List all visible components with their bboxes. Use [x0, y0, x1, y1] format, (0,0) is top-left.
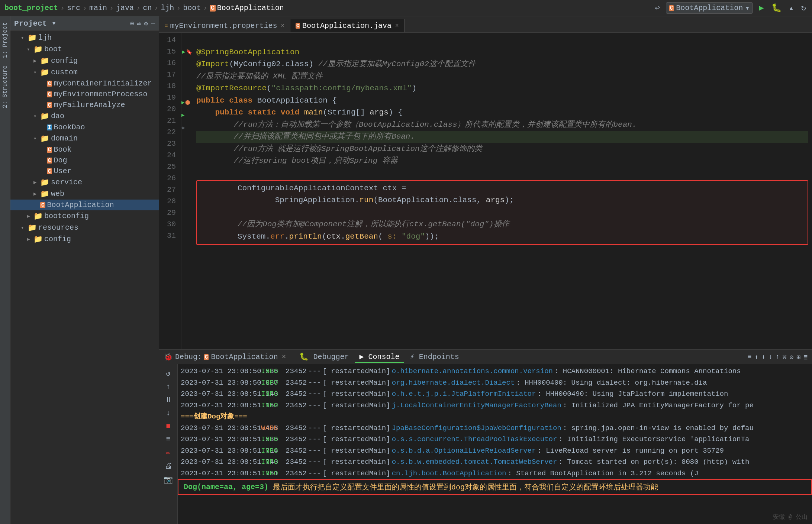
tree-item-myContainerInitializer[interactable]: C myContainerInitializer — [10, 78, 159, 89]
filter1-icon[interactable]: ⌘ — [783, 353, 787, 361]
coverage-button[interactable]: ▴ — [787, 2, 795, 14]
tab-console[interactable]: ▶ Console — [355, 351, 404, 363]
tree-label: myContainerInitializer — [54, 79, 152, 88]
down-icon[interactable]: ⬇ — [761, 353, 766, 361]
tree-item-ljh[interactable]: ▾ 📁 ljh — [10, 32, 159, 43]
side-tabs-panel: 1: Project 2: Structure — [0, 16, 10, 524]
run-button[interactable]: ▶ — [757, 2, 765, 14]
tree-item-resources[interactable]: ▾ 📁 resources — [10, 222, 159, 233]
tree-item-custom[interactable]: ▾ 📁 custom — [10, 67, 159, 78]
tree-item-boot[interactable]: ▾ 📁 boot — [10, 43, 159, 55]
edit-btn[interactable]: ✏ — [164, 446, 172, 459]
log-special-text: ===创建Dog对象=== — [181, 411, 247, 422]
bottom-panel-header: 🐞 Debug: C BootApplication × 🐛 Debugger … — [159, 350, 812, 364]
tree-item-domain[interactable]: ▾ 📁 domain — [10, 133, 159, 144]
sep2: › — [83, 4, 87, 12]
up2-icon[interactable]: ↑ — [776, 353, 780, 361]
project-tab[interactable]: 1: Project — [1, 19, 9, 61]
log-pid: 23452 — [286, 378, 307, 388]
line-num: 29 — [159, 207, 178, 219]
back-icon[interactable]: ↩ — [654, 2, 661, 14]
close-debug-icon[interactable]: × — [281, 353, 286, 361]
tab-myenvironment[interactable]: ≡ myEnvironment.properties × — [159, 19, 290, 32]
breadcrumb-bootapp[interactable]: C BootApplication — [210, 4, 284, 12]
log-class: o.h.e.t.j.p.i.JtaPlatformInitiator — [392, 389, 536, 400]
tree-item-User[interactable]: C User — [10, 166, 159, 177]
sidebar-title: Project ▾ — [14, 19, 56, 28]
run-config-selector[interactable]: C BootApplication ▾ — [666, 2, 753, 14]
camera-btn[interactable]: 📷 — [162, 473, 174, 486]
code-content[interactable]: @SpringBootApplication @Import(MyConfig0… — [193, 33, 812, 349]
log-level: INFO — [261, 446, 283, 456]
breadcrumb-boot[interactable]: boot — [183, 4, 201, 12]
structure-tab[interactable]: 2: Structure — [1, 62, 9, 111]
tree-item-myEnvironmentProcesso[interactable]: C myEnvironmentProcesso — [10, 89, 159, 100]
log-thread: [ restartedMain] — [322, 378, 390, 388]
log-level: INFO — [261, 457, 283, 468]
tree-item-Book[interactable]: C Book — [10, 144, 159, 155]
layout-icon[interactable]: ≣ — [803, 353, 808, 361]
tree-item-BootApplication[interactable]: C BootApplication — [10, 200, 159, 210]
tree-item-myFailureAnalyze[interactable]: C myFailureAnalyze — [10, 100, 159, 110]
tree-label: dao — [51, 112, 64, 120]
restart-btn[interactable]: ↺ — [164, 367, 172, 379]
breadcrumb-cn[interactable]: cn — [143, 4, 152, 12]
log-line: 2023-07-31 23:08:51.152 INFO 23452 --- [… — [178, 400, 812, 411]
folder-icon: 📁 — [40, 178, 49, 187]
tab-debugger[interactable]: 🐛 Debugger — [295, 351, 353, 363]
step-down-btn[interactable]: ↓ — [164, 407, 172, 419]
java-main-icon: C — [40, 202, 45, 208]
tab-label: BootApplication.java — [302, 22, 392, 30]
log-sep: --- — [308, 378, 321, 388]
rerun-icon[interactable]: ≡ — [748, 353, 752, 361]
log-sep: --- — [308, 434, 321, 445]
tree-item-BookDao[interactable]: I BookDao — [10, 122, 159, 133]
run-gutter-icon2[interactable]: ▶ — [181, 99, 184, 106]
breadcrumb-project[interactable]: boot_project — [4, 4, 58, 12]
close-sidebar-icon[interactable]: — — [151, 19, 155, 28]
close-tab-icon[interactable]: × — [395, 23, 399, 29]
tree-item-config2[interactable]: ▶ 📁 config — [10, 233, 159, 245]
refresh-button[interactable]: ↻ — [800, 2, 808, 14]
add-icon[interactable]: ⊕ — [130, 19, 134, 28]
run-gutter-icon[interactable]: ▶ — [182, 49, 185, 55]
tree-item-Dog[interactable]: C Dog — [10, 155, 159, 166]
stop-btn[interactable]: ■ — [164, 420, 172, 432]
log-class: o.s.s.concurrent.ThreadPoolTaskExecutor — [392, 434, 557, 445]
java-class-icon: C — [47, 102, 52, 108]
pause-btn[interactable]: ⏸ — [163, 394, 174, 406]
log-thread: [ restartedMain] — [322, 389, 390, 400]
tree-item-config[interactable]: ▶ 📁 config — [10, 55, 159, 67]
tab-bootapplication[interactable]: C BootApplication.java × — [290, 19, 404, 32]
red-highlight-box: ConfigurableApplicationContext ctx = Spr… — [196, 180, 808, 245]
print-btn[interactable]: 🖨 — [163, 460, 174, 472]
tree-item-service[interactable]: ▶ 📁 service — [10, 177, 159, 188]
sep6: › — [176, 4, 181, 12]
tree-item-bootconfig[interactable]: ▶ 📁 bootconfig — [10, 210, 159, 222]
close-tab-icon[interactable]: × — [281, 23, 284, 29]
breadcrumb-ljh[interactable]: ljh — [161, 4, 174, 12]
step-up-btn[interactable]: ↑ — [164, 381, 172, 392]
debug-button[interactable]: 🐛 — [770, 2, 783, 14]
log-msg: : spring.jpa.open-in-view is enabled by … — [563, 423, 754, 434]
code-line-18: @ImportResource("classpath:config/mybean… — [196, 83, 808, 95]
split-icon[interactable]: ⊞ — [796, 353, 800, 361]
debug-gutter-icon[interactable]: ⬤ — [185, 100, 190, 105]
run-gutter-main-icon[interactable]: ▶ — [181, 112, 184, 118]
breadcrumb-main[interactable]: main — [89, 4, 107, 12]
breadcrumb-src[interactable]: src — [67, 4, 80, 12]
sync-icon[interactable]: ⇌ — [137, 19, 141, 28]
breadcrumb-java[interactable]: java — [116, 4, 134, 12]
tab-debugger-label: Debugger — [313, 353, 349, 361]
up-icon[interactable]: ⬆ — [754, 353, 758, 361]
filter2-icon[interactable]: ⊘ — [789, 353, 793, 361]
line-num: 31 — [159, 230, 178, 242]
stack-btn[interactable]: ≡ — [164, 433, 172, 445]
down2-icon[interactable]: ↓ — [768, 353, 773, 361]
tree-item-dao[interactable]: ▾ 📁 dao — [10, 110, 159, 122]
tree-item-web[interactable]: ▶ 📁 web — [10, 188, 159, 200]
log-line: 2023-07-31 23:08:51.408 WARN 23452 --- [… — [178, 423, 812, 434]
settings-icon[interactable]: ⚙ — [144, 19, 148, 28]
tab-endpoints[interactable]: ⚡ Endpoints — [406, 351, 464, 363]
endpoints-icon: ⚡ — [410, 353, 415, 361]
